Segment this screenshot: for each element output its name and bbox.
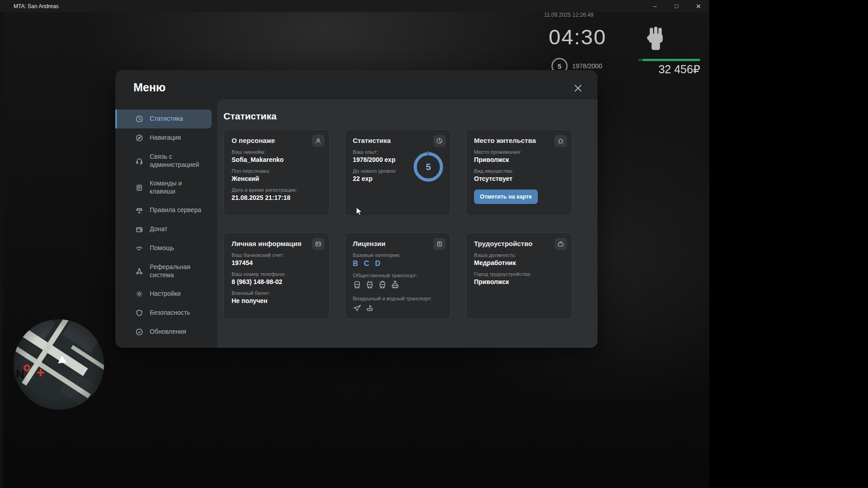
public-transport-icons xyxy=(353,280,443,291)
sidebar-item-label: Настройки xyxy=(150,290,181,298)
field-value: 8 (963) 148-98-02 xyxy=(232,278,322,285)
field: Ваша должность: Медработник xyxy=(474,252,564,266)
player-legs xyxy=(340,348,383,399)
sidebar-item-label: Помощь xyxy=(150,244,174,252)
fist-icon xyxy=(644,25,668,53)
card-title: Лицензии xyxy=(353,240,443,247)
card-title: Личная информация xyxy=(232,240,322,247)
mark-on-map-button[interactable]: Отметить на карте xyxy=(474,190,538,204)
sidebar-item-label: Обновления xyxy=(150,328,186,336)
field-label: Дата и время регистрации: xyxy=(232,187,322,193)
check-circle-icon xyxy=(135,328,143,336)
sidebar-item-server-rules[interactable]: Правила сервера xyxy=(115,201,212,220)
minimize-button[interactable]: – xyxy=(644,0,666,12)
sidebar-item-help[interactable]: Помощь xyxy=(115,239,212,258)
minimap-red-circle-icon xyxy=(24,365,30,371)
field: Военный билет: Не получен xyxy=(232,290,322,304)
field-value: Не получен xyxy=(232,297,322,304)
field: Пол персонажа: Женский xyxy=(232,168,322,182)
sidebar-item-statistics[interactable]: Статистика xyxy=(115,109,212,128)
field: Воздушный и водный транспорт: xyxy=(353,296,443,314)
minimap-block xyxy=(59,370,104,410)
sidebar-item-label: Команды и клавиши xyxy=(150,180,204,195)
sidebar-item-updates[interactable]: Обновления xyxy=(115,322,212,341)
card-title: Статистика xyxy=(353,137,443,144)
card-licenses: Лицензии Базовые категории: B C D Общест… xyxy=(345,232,451,319)
bus-icon xyxy=(353,280,361,291)
close-menu-button[interactable] xyxy=(572,82,584,94)
level-number: 5 xyxy=(412,151,445,183)
hud-exp-text: 1978/2000 xyxy=(572,62,602,70)
card-statistics: Статистика Ваш опыт: 1978/2000 exp До но… xyxy=(345,129,451,216)
wallet-icon xyxy=(135,225,143,233)
player-leg xyxy=(364,347,384,399)
player-arrow-icon xyxy=(56,355,66,366)
minimap: N xyxy=(14,319,104,410)
field: Вид имущества: Отсутствует xyxy=(474,168,564,182)
sidebar-item-label: Реферальная система xyxy=(150,263,204,279)
card-title: О персонаже xyxy=(232,137,322,144)
sidebar-item-settings[interactable]: Настройки xyxy=(115,284,212,303)
house-icon xyxy=(555,135,567,147)
field: Место проживания: Приволжск xyxy=(474,149,564,163)
hud-clock: 04:30 xyxy=(549,24,607,49)
sidebar-item-referral[interactable]: Реферальная система xyxy=(115,258,212,284)
field: Дата и время регистрации: 21.08.2025 21:… xyxy=(232,187,322,201)
stats-cards-grid: О персонаже Ваш никнейм: Sofia_Makarenko… xyxy=(223,129,598,319)
sidebar-item-label: Статистика xyxy=(150,115,183,123)
headset-icon xyxy=(135,157,143,165)
shield-icon xyxy=(135,309,143,317)
field-value: Приволжск xyxy=(474,278,564,285)
window-title: MTA: San Andreas xyxy=(14,3,59,9)
field-label: Военный билет: xyxy=(232,290,322,296)
page-title: Статистика xyxy=(223,111,598,122)
field-label: Ваш опыт: xyxy=(353,149,412,155)
sidebar-item-commands-keys[interactable]: Команды и клавиши xyxy=(115,174,212,201)
maximize-button[interactable]: □ xyxy=(666,0,688,12)
scene-edge xyxy=(0,12,3,488)
license-icon xyxy=(433,238,446,250)
taxi-icon xyxy=(391,280,399,291)
category-b: B xyxy=(353,260,358,268)
plane-icon xyxy=(353,303,361,314)
field: Ваш номер телефона: 8 (963) 148-98-02 xyxy=(232,271,322,285)
field-value: 22 exp xyxy=(353,175,412,182)
sidebar-item-label: Навигация xyxy=(150,134,181,142)
minimap-road xyxy=(14,319,88,376)
window-controls: – □ × xyxy=(644,0,709,12)
field: Город трудоустройства: Приволжск xyxy=(474,271,564,285)
card-personal-info: Личная информация Ваш банковский счет: 1… xyxy=(223,232,330,319)
field: До нового уровня: 22 exp xyxy=(353,168,412,182)
sidebar-item-donate[interactable]: Донат xyxy=(115,220,212,239)
field-value: 21.08.2025 21:17:18 xyxy=(232,194,322,201)
minimap-road xyxy=(22,319,71,386)
network-icon xyxy=(135,267,143,275)
clock-icon xyxy=(135,115,143,123)
content-panel: Статистика О персонаже Ваш никнейм: Sofi… xyxy=(217,99,598,348)
field-label: Вид имущества: xyxy=(474,168,564,174)
category-c: C xyxy=(364,260,370,268)
card-title: Место жительства xyxy=(474,137,564,144)
sidebar-item-admin-contact[interactable]: Связь с администрацией xyxy=(115,147,212,174)
close-icon xyxy=(573,83,583,93)
sidebar-item-label: Донат xyxy=(150,225,167,233)
field-label: Базовые категории: xyxy=(353,252,443,258)
field-label: Ваша должность: xyxy=(474,252,564,258)
field-value: 1978/2000 exp xyxy=(353,156,412,163)
field-label: Ваш номер телефона: xyxy=(232,271,322,277)
field-label: Общественный транспорт: xyxy=(353,273,443,278)
briefcase-icon xyxy=(555,238,567,250)
field-label: Место проживания: xyxy=(474,149,564,155)
sidebar-item-label: Правила сервера xyxy=(150,206,201,214)
field-label: Пол персонажа: xyxy=(232,168,322,174)
field: Базовые категории: B C D xyxy=(353,252,443,268)
close-window-button[interactable]: × xyxy=(688,0,709,12)
sidebar-item-navigation[interactable]: Навигация xyxy=(115,128,212,147)
menu-title: Меню xyxy=(133,81,166,94)
tram-icon xyxy=(378,280,387,291)
sidebar-item-label: Связь с администрацией xyxy=(150,153,204,169)
sidebar-item-security[interactable]: Безопасность xyxy=(115,303,212,322)
field-label: Город трудоустройства: xyxy=(474,271,564,277)
handshake-icon xyxy=(135,244,143,252)
field: Общественный транспорт: xyxy=(353,273,443,291)
